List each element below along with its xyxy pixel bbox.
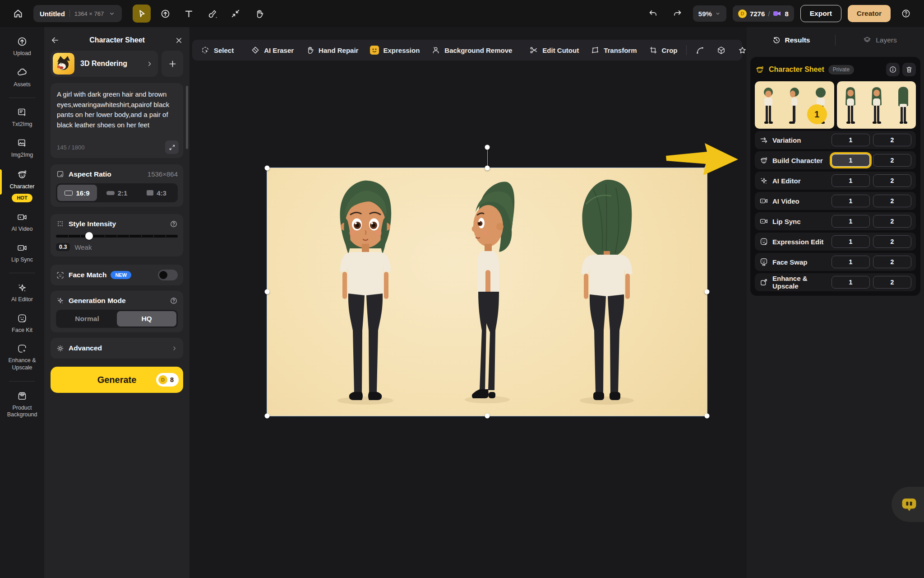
- text-tool-button[interactable]: [180, 5, 198, 23]
- resize-handle-e[interactable]: [705, 289, 710, 294]
- resize-handle-nw[interactable]: [265, 166, 270, 171]
- sidebar-item-upload[interactable]: Upload: [0, 34, 44, 59]
- sidebar-item-txt2img[interactable]: Txt2Img: [0, 105, 44, 130]
- tab-layers[interactable]: Layers: [836, 36, 924, 45]
- result-thumbnail-1[interactable]: 1: [755, 81, 834, 129]
- build-character-option-2[interactable]: 2: [873, 154, 911, 167]
- tool-edit-cutout[interactable]: Edit Cutout: [523, 42, 585, 58]
- character-sheet-image[interactable]: [267, 168, 707, 416]
- style-intensity-slider[interactable]: [56, 235, 178, 238]
- tool-label: Expression: [383, 47, 420, 54]
- build-character-option-1[interactable]: 1: [832, 154, 870, 167]
- close-panel-button[interactable]: [175, 36, 183, 45]
- lip-sync-option-1[interactable]: 1: [832, 215, 870, 228]
- tool-hand-repair[interactable]: Hand Repair: [300, 42, 364, 58]
- home-button[interactable]: [9, 5, 27, 23]
- mode-option-hq[interactable]: HQ: [117, 311, 176, 326]
- export-button[interactable]: Export: [800, 5, 841, 22]
- sidebar-item-lip-sync[interactable]: Lip Sync: [0, 241, 44, 266]
- img2img-icon: [17, 138, 28, 149]
- sidebar-item-assets[interactable]: Assets: [0, 65, 44, 90]
- zoom-dropdown[interactable]: 59%: [693, 5, 726, 22]
- expression-edit-option-2[interactable]: 2: [873, 235, 911, 248]
- resize-handle-se[interactable]: [705, 414, 710, 419]
- add-style-button[interactable]: [162, 51, 183, 77]
- expression-edit-option-1[interactable]: 1: [832, 235, 870, 248]
- home-icon: [13, 8, 23, 19]
- delete-button[interactable]: [902, 63, 916, 76]
- aspect-option-4-3[interactable]: 4:3: [137, 185, 176, 201]
- sidebar-item-face-kit[interactable]: Face Kit: [0, 311, 44, 336]
- canvas-area[interactable]: Select AI Eraser Hand Repair Expression …: [189, 27, 747, 578]
- variation-option-2[interactable]: 2: [873, 134, 911, 146]
- generate-button[interactable]: Generate D 8: [51, 367, 183, 393]
- chat-widget[interactable]: [892, 487, 924, 522]
- enhance-upscale-option-1[interactable]: 1: [832, 276, 870, 289]
- face-match-toggle[interactable]: [158, 270, 178, 280]
- face-swap-option-2[interactable]: 2: [873, 256, 911, 268]
- chat-bubble-icon: [901, 496, 918, 513]
- sidebar-item-product-background[interactable]: Product Background: [0, 389, 44, 420]
- tool-label: Transform: [604, 47, 637, 54]
- resize-handle-n[interactable]: [485, 166, 490, 171]
- lip-sync-option-2[interactable]: 2: [873, 215, 911, 228]
- question-icon[interactable]: [170, 220, 178, 228]
- sidebar-item-character[interactable]: Character HOT: [0, 167, 44, 204]
- tool-background-remove[interactable]: Background Remove: [425, 42, 518, 58]
- aspect-option-2-1[interactable]: 2:1: [97, 185, 137, 201]
- upload-tool-button[interactable]: [156, 5, 174, 23]
- variation-option-1[interactable]: 1: [832, 134, 870, 146]
- resize-handle-ne[interactable]: [705, 166, 710, 171]
- resize-handle-sw[interactable]: [265, 414, 270, 419]
- rotate-handle[interactable]: [485, 145, 490, 150]
- question-icon[interactable]: [170, 297, 178, 305]
- prompt-text[interactable]: A girl with dark green hair and brown ey…: [57, 89, 178, 130]
- sidebar-item-enhance-upscale[interactable]: Enhance & Upscale: [0, 341, 44, 373]
- row-label: Lip Sync: [772, 218, 801, 225]
- help-button[interactable]: [897, 5, 915, 23]
- style-selector[interactable]: 3D Rendering: [51, 51, 158, 77]
- sidebar-item-img2img[interactable]: Img2Img: [0, 136, 44, 161]
- expand-prompt-button[interactable]: [165, 140, 179, 154]
- slider-thumb[interactable]: [85, 232, 93, 240]
- panel-scrollbar[interactable]: [186, 86, 188, 149]
- help-icon: [901, 9, 911, 19]
- tool-expression[interactable]: Expression: [364, 42, 425, 58]
- creator-button[interactable]: Creator: [848, 5, 891, 22]
- enhance-upscale-option-2[interactable]: 2: [873, 276, 911, 289]
- hand-repair-icon: [305, 46, 314, 55]
- tool-transform[interactable]: Transform: [585, 42, 642, 58]
- sidebar-item-ai-video[interactable]: AI Video: [0, 210, 44, 235]
- ai-video-option-1[interactable]: 1: [832, 195, 870, 207]
- tool-crop[interactable]: Crop: [643, 42, 684, 58]
- sidebar-item-label: Img2Img: [11, 152, 33, 159]
- redo-button[interactable]: [669, 5, 687, 23]
- mode-option-normal[interactable]: Normal: [57, 311, 117, 326]
- sidebar-item-ai-editor[interactable]: AI Editor: [0, 280, 44, 305]
- info-button[interactable]: [886, 63, 900, 76]
- credits-pill[interactable]: D 7276 / 8: [733, 5, 794, 22]
- ai-editor-option-1[interactable]: 1: [832, 174, 870, 187]
- tool-ai-eraser[interactable]: AI Eraser: [245, 42, 300, 58]
- brush-tool-button[interactable]: [203, 5, 221, 23]
- resize-handle-w[interactable]: [265, 289, 270, 294]
- tool-label: Select: [214, 47, 234, 54]
- back-button[interactable]: [51, 36, 60, 45]
- 3d-tool-button[interactable]: [711, 42, 732, 58]
- advanced-section[interactable]: Advanced: [51, 338, 183, 359]
- ai-editor-option-2[interactable]: 2: [873, 174, 911, 187]
- ai-video-option-2[interactable]: 2: [873, 195, 911, 207]
- resize-handle-s[interactable]: [485, 414, 490, 419]
- aspect-option-16-9[interactable]: 16:9: [57, 185, 97, 201]
- cursor-tool-button[interactable]: [133, 5, 151, 23]
- prompt-box[interactable]: A girl with dark green hair and brown ey…: [51, 83, 183, 158]
- hand-tool-button[interactable]: [250, 5, 268, 23]
- collapse-tool-button[interactable]: [226, 5, 245, 23]
- document-pill[interactable]: Untitled 1364 × 767: [33, 5, 122, 22]
- curve-tool-button[interactable]: [689, 42, 711, 58]
- tool-select[interactable]: Select: [195, 42, 240, 58]
- result-thumbnail-2[interactable]: [837, 81, 916, 129]
- tab-results[interactable]: Results: [747, 36, 835, 45]
- undo-button[interactable]: [644, 5, 662, 23]
- face-swap-option-1[interactable]: 1: [832, 256, 870, 268]
